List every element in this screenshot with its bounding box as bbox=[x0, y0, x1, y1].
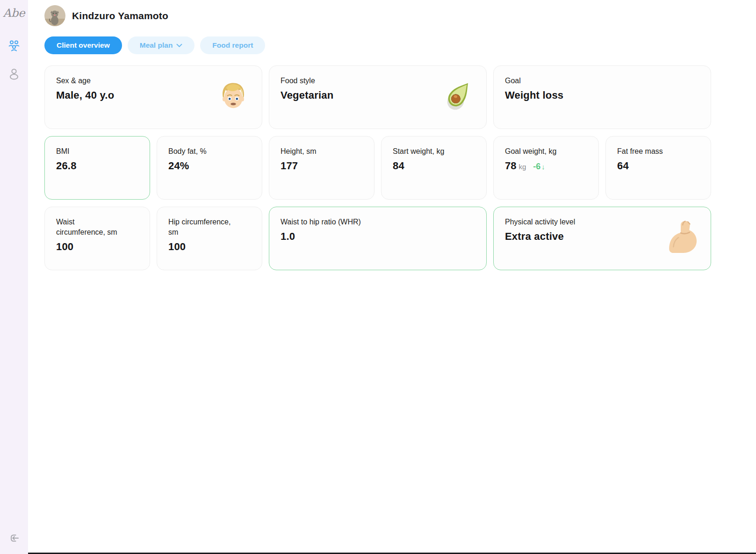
profile-person-icon bbox=[8, 68, 20, 81]
card-value: 100 bbox=[56, 241, 138, 253]
clients-group-icon bbox=[7, 39, 21, 54]
card-sex-age: Sex & age Male, 40 y.o bbox=[44, 65, 262, 129]
goal-weight-unit: kg bbox=[518, 163, 526, 171]
card-value: 78 kg -6 ↓ bbox=[505, 160, 587, 172]
main-content: Kindzuro Yamamoto Client overview Meal p… bbox=[28, 0, 756, 554]
card-hip-circumference: Hip circumference, sm 100 bbox=[157, 207, 262, 270]
card-height: Height, sm 177 bbox=[269, 136, 374, 200]
card-food-style: Food style Vegetarian bbox=[269, 65, 487, 129]
card-fat-free-mass: Fat free mass 64 bbox=[605, 136, 711, 200]
page-title-client-name: Kindzuro Yamamoto bbox=[72, 10, 168, 22]
weight-delta-badge: -6 bbox=[533, 162, 540, 172]
goal-weight-number: 78 bbox=[505, 160, 516, 172]
card-value: 26.8 bbox=[56, 160, 138, 172]
card-value: 100 bbox=[168, 241, 251, 253]
card-label: Body fat, % bbox=[168, 146, 251, 157]
chevron-down-icon bbox=[176, 41, 182, 50]
sidebar-item-clients[interactable] bbox=[7, 39, 21, 53]
sidebar-item-profile[interactable] bbox=[7, 67, 21, 81]
client-header: Kindzuro Yamamoto bbox=[44, 5, 739, 26]
card-label: BMI bbox=[56, 146, 138, 157]
card-label: Hip circumference, sm bbox=[168, 217, 235, 237]
tab-client-overview[interactable]: Client overview bbox=[44, 36, 122, 54]
card-value: 64 bbox=[617, 160, 699, 172]
card-label: Goal bbox=[505, 76, 699, 86]
card-label: Start weight, kg bbox=[393, 146, 475, 157]
card-start-weight: Start weight, kg 84 bbox=[381, 136, 487, 200]
avocado-emoji bbox=[439, 77, 477, 117]
card-waist-circumference: Waist circumference, sm 100 bbox=[44, 207, 150, 270]
flexed-biceps-emoji bbox=[665, 219, 701, 258]
card-value: 24% bbox=[168, 160, 251, 172]
card-label: Height, sm bbox=[281, 146, 363, 157]
down-arrow-icon: ↓ bbox=[541, 163, 545, 171]
logout-button[interactable] bbox=[7, 532, 21, 546]
card-value: 84 bbox=[393, 160, 475, 172]
card-value: 1.0 bbox=[281, 230, 475, 243]
sidebar: Abe bbox=[0, 0, 28, 554]
card-goal-weight: Goal weight, kg 78 kg -6 ↓ bbox=[493, 136, 599, 200]
card-label: Goal weight, kg bbox=[505, 146, 587, 157]
card-label: Waist to hip ratio (WHR) bbox=[281, 217, 475, 227]
card-bmi: BMI 26.8 bbox=[44, 136, 150, 200]
card-whr: Waist to hip ratio (WHR) 1.0 bbox=[269, 207, 487, 270]
card-label: Fat free mass bbox=[617, 146, 699, 157]
tab-label: Meal plan bbox=[140, 41, 173, 50]
card-body-fat: Body fat, % 24% bbox=[157, 136, 262, 200]
stats-grid: Sex & age Male, 40 y.o bbox=[44, 65, 711, 270]
card-goal: Goal Weight loss bbox=[493, 65, 711, 129]
card-label: Waist circumference, sm bbox=[56, 217, 122, 237]
logout-icon bbox=[8, 532, 20, 546]
app-logo: Abe bbox=[3, 7, 25, 19]
tab-food-report[interactable]: Food report bbox=[200, 36, 265, 54]
tab-label: Food report bbox=[212, 41, 253, 50]
tab-meal-plan[interactable]: Meal plan bbox=[128, 36, 195, 54]
tab-bar: Client overview Meal plan Food report bbox=[44, 36, 739, 54]
card-value: 177 bbox=[281, 160, 363, 172]
sidebar-nav bbox=[7, 39, 21, 81]
card-physical-activity: Physical activity level Extra active bbox=[493, 207, 711, 270]
man-emoji bbox=[218, 81, 249, 114]
tab-label: Client overview bbox=[57, 41, 110, 50]
card-value: Weight loss bbox=[505, 89, 699, 101]
avatar bbox=[44, 5, 65, 26]
